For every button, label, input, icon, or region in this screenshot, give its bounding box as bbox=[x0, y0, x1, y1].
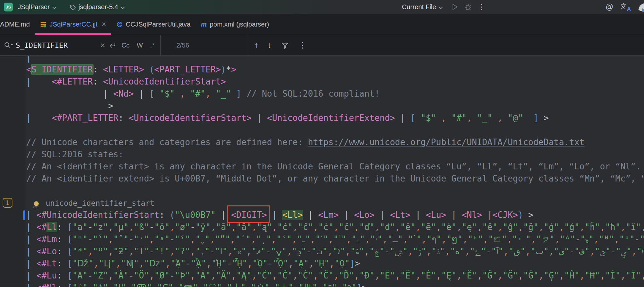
tab-label: JSqlParserCC.jjt bbox=[49, 21, 98, 28]
tab-label: ADME.md bbox=[0, 21, 30, 28]
maven-icon: m bbox=[201, 20, 207, 29]
usage-highlight: Ll bbox=[47, 222, 57, 232]
code-line[interactable]: | <Nd> | [ "$" , "#", "_" ] // Not SQL:2… bbox=[0, 88, 644, 100]
code-line[interactable]: > bbox=[0, 100, 644, 112]
close-tab-icon[interactable]: × bbox=[102, 21, 106, 28]
chevron-down-icon bbox=[52, 4, 57, 11]
usage-highlight: <Ll> bbox=[282, 210, 303, 220]
translate-icon[interactable]: A bbox=[620, 2, 631, 12]
vcs-branch-selector[interactable]: jsqlparser-5.4 bbox=[67, 3, 127, 11]
bookmark-mnemonic-badge[interactable]: 1 bbox=[3, 198, 12, 208]
regex-toggle[interactable]: .* bbox=[148, 42, 157, 49]
code-line[interactable]: | <#Lm: ["ʰ"-"ˁ","ˆ"-"ˑ","ˠ"-"ˤ","ˬ","ˮ"… bbox=[0, 233, 644, 245]
tag-icon bbox=[69, 3, 76, 11]
project-name: JSqlParser bbox=[18, 3, 50, 11]
run-configuration-selector[interactable]: Current File bbox=[400, 3, 445, 11]
code-line[interactable]: | <#Lu: ["A"-"Z","À"-"Ö","Ø"-"Þ","Ā","Ă"… bbox=[0, 270, 644, 282]
tab-label: CCJSqlParserUtil.java bbox=[126, 21, 190, 28]
clipped-plugin-icon[interactable] bbox=[637, 2, 644, 12]
translate-glyph bbox=[620, 2, 628, 10]
svg-text:C: C bbox=[118, 22, 121, 26]
run-config-label: Current File bbox=[402, 3, 436, 11]
code-line[interactable] bbox=[0, 124, 644, 136]
match-case-toggle[interactable]: Cc bbox=[119, 42, 132, 49]
code-line[interactable]: // SQL:2016 states: bbox=[0, 148, 644, 161]
search-icon[interactable] bbox=[3, 41, 14, 49]
code-line[interactable]: // An <identifier extend> is U+00B7, “Mi… bbox=[0, 173, 644, 185]
clear-search-icon[interactable]: × bbox=[99, 41, 106, 49]
search-match-highlight: S_IDENTIFIER bbox=[31, 65, 93, 74]
search-input[interactable] bbox=[16, 41, 97, 49]
chevron-down-icon bbox=[438, 4, 443, 11]
code-lines[interactable]: |<S_IDENTIFIER: <LETTER> (<PART_LETTER>)… bbox=[0, 56, 644, 287]
code-line[interactable]: unicode_identifier_start bbox=[0, 197, 644, 209]
at-spiral-icon[interactable]: @ bbox=[606, 3, 613, 11]
tab-adme-md[interactable]: ADME.md bbox=[0, 14, 35, 35]
code-editor[interactable]: |<S_IDENTIFIER: <LETTER> (<PART_LETTER>)… bbox=[0, 56, 644, 287]
code-line[interactable]: // An <identifier start> is any characte… bbox=[0, 161, 644, 173]
code-line[interactable]: | <#Nl: ["ᛮ"-"ᛰ","Ⅰ"-"ↂ","ↅ"-"ↈ","〇","〡"… bbox=[0, 282, 644, 287]
main-toolbar: JS JSqlParser jsqlparser-5.4 Current Fil… bbox=[0, 0, 644, 14]
filter-icon[interactable] bbox=[281, 41, 289, 49]
red-annotation-box: <DIGIT> bbox=[231, 210, 267, 220]
search-options-kebab-icon[interactable]: ⋮ bbox=[298, 41, 307, 49]
code-line[interactable]: | <#Lt: ["ǅ","ǈ","ǋ","ǲ","ᾈ"-"ᾏ","ᾘ"-"ᾟ"… bbox=[0, 258, 644, 270]
code-line[interactable]: // Unicode characters and categories are… bbox=[0, 136, 644, 148]
search-results-count: 2/56 bbox=[161, 42, 248, 49]
debug-button[interactable] bbox=[464, 3, 473, 11]
code-line[interactable]: <S_IDENTIFIER: <LETTER> (<PART_LETTER>)*… bbox=[0, 64, 644, 76]
project-logo-icon[interactable]: JS bbox=[4, 3, 13, 11]
more-actions-kebab-icon[interactable]: ⋮ bbox=[478, 3, 485, 11]
find-bar: × Cc W .* 2/56 ↑ ↓ ⋮ bbox=[0, 35, 644, 56]
code-line[interactable]: | <#UnicodeIdentifierStart: ("\u00B7" | … bbox=[0, 209, 644, 221]
newline-icon[interactable] bbox=[108, 41, 117, 49]
code-line[interactable]: | <#PART_LETTER: <UnicodeIdentifierStart… bbox=[0, 112, 644, 124]
code-line[interactable]: | bbox=[0, 56, 644, 64]
next-occurrence-button[interactable]: ↓ bbox=[268, 41, 272, 49]
chevron-down-icon bbox=[120, 4, 125, 11]
project-selector[interactable]: JSqlParser bbox=[16, 3, 59, 11]
vcs-ref-label: jsqlparser-5.4 bbox=[79, 3, 118, 11]
tab-pom-xml-jsqlparser[interactable]: mpom.xml (jsqlparser) bbox=[196, 14, 274, 35]
code-line[interactable] bbox=[0, 185, 644, 197]
code-line[interactable]: | <#Lo: ["ª","º","ƻ","ǀ"-"ǃ","ʔ","א"-"ת"… bbox=[0, 245, 644, 258]
tab-ccjsqlparserutil-java[interactable]: CCCJSqlParserUtil.java bbox=[111, 14, 196, 35]
tab-label: pom.xml (jsqlparser) bbox=[210, 21, 269, 28]
search-field[interactable]: × Cc W .* bbox=[0, 35, 160, 55]
vcs-change-marker[interactable] bbox=[23, 210, 25, 220]
words-toggle[interactable]: W bbox=[134, 42, 146, 49]
previous-occurrence-button[interactable]: ↑ bbox=[254, 41, 259, 49]
code-line[interactable]: | <#Ll: ["a"-"z","µ","ß"-"ö","ø"-"ÿ","ā"… bbox=[0, 221, 644, 233]
run-button[interactable] bbox=[450, 3, 459, 11]
tab-jsqlparsercc-jjt[interactable]: JSqlParserCC.jjt× bbox=[35, 14, 111, 35]
jjt-file-icon bbox=[40, 21, 46, 28]
intention-bulb-icon[interactable] bbox=[31, 198, 41, 210]
java-class-icon: C bbox=[116, 21, 123, 28]
code-line[interactable]: | <#LETTER: <UnicodeIdentifierStart> bbox=[0, 76, 644, 88]
editor-tab-bar: ADME.mdJSqlParserCC.jjt×CCCJSqlParserUti… bbox=[0, 14, 644, 35]
